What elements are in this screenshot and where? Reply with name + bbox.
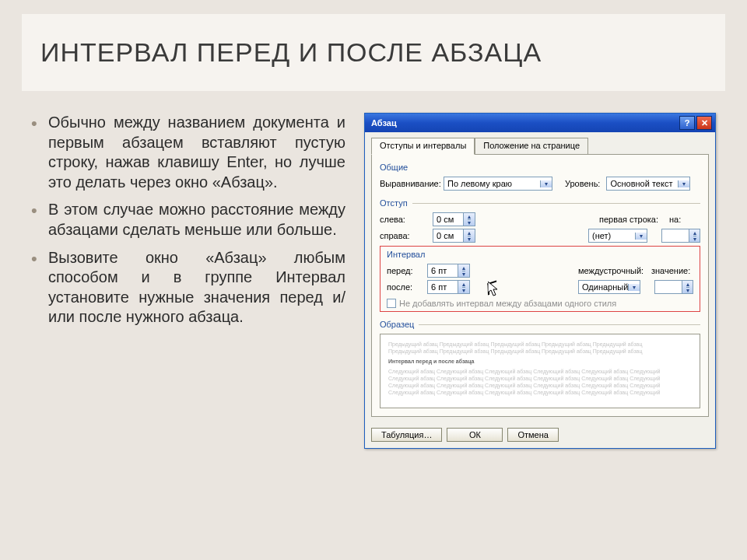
- label-after: после:: [387, 282, 424, 292]
- combo-level[interactable]: Основной текст ▾: [606, 177, 690, 191]
- bullet-item: В этом случае можно расстояние между абз…: [31, 200, 345, 240]
- combo-alignment[interactable]: По левому краю ▾: [444, 177, 552, 191]
- spinner-icon: ▴▾: [458, 281, 469, 293]
- section-indent: Отступ: [380, 198, 700, 208]
- label-level: Уровень:: [565, 179, 600, 188]
- tabs-button[interactable]: Табуляция…: [371, 428, 442, 442]
- section-general: Общие: [380, 163, 700, 172]
- chevron-down-icon: ▾: [628, 284, 640, 291]
- slide-title: ИНТЕРВАЛ ПЕРЕД И ПОСЛЕ АБЗАЦА: [40, 37, 707, 68]
- checkbox-icon: [387, 299, 396, 308]
- checkbox-nospace[interactable]: Не добавлять интервал между абзацами одн…: [387, 299, 693, 308]
- spinner-icon: ▴▾: [682, 281, 693, 293]
- label-by2: значение:: [651, 266, 693, 275]
- label-by1: на:: [669, 215, 700, 224]
- tab-pageflow[interactable]: Положение на странице: [475, 138, 588, 155]
- spin-by2[interactable]: ▴▾: [654, 280, 693, 294]
- chevron-down-icon: ▾: [678, 180, 689, 187]
- section-preview: Образец: [380, 320, 700, 329]
- interval-highlight: Интервал перед: 6 пт ▴▾ междустрочный: з…: [380, 246, 700, 312]
- combo-firstline[interactable]: (нет) ▾: [588, 229, 647, 243]
- tab-pane: Общие Выравнивание: По левому краю ▾ Уро…: [371, 154, 709, 417]
- content-row: Обычно между названием документа и первы…: [0, 113, 747, 449]
- label-left: слева:: [380, 215, 430, 224]
- dialog-title: Абзац: [371, 118, 397, 128]
- ok-button[interactable]: ОК: [447, 428, 503, 442]
- spin-left[interactable]: 0 см ▴▾: [433, 212, 475, 226]
- svg-marker-0: [488, 282, 497, 296]
- paragraph-dialog: Абзац ? ✕ Отступы и интервалы Положение …: [364, 113, 716, 449]
- spin-after[interactable]: 6 пт ▴▾: [427, 280, 470, 294]
- label-firstline: первая строка:: [599, 215, 666, 224]
- help-icon[interactable]: ?: [679, 116, 695, 130]
- label-right: справа:: [380, 231, 430, 240]
- section-interval: Интервал: [387, 250, 693, 259]
- spin-before[interactable]: 6 пт ▴▾: [427, 264, 470, 278]
- label-before: перед:: [387, 266, 424, 275]
- spinner-icon: ▴▾: [463, 229, 475, 242]
- dialog-titlebar[interactable]: Абзац ? ✕: [365, 114, 715, 132]
- label-linespacing: междустрочный:: [578, 266, 648, 275]
- dialog-buttons: Табуляция… ОК Отмена: [365, 423, 715, 448]
- close-icon[interactable]: ✕: [696, 116, 712, 130]
- chevron-down-icon: ▾: [540, 180, 552, 187]
- bullet-item: Вызовите окно «Абзац» любым способом и в…: [31, 248, 345, 327]
- combo-linespacing[interactable]: Одинарный ▾: [578, 280, 640, 294]
- chevron-down-icon: ▾: [635, 233, 647, 240]
- dialog-tabs: Отступы и интервалы Положение на страниц…: [365, 132, 715, 154]
- spin-right[interactable]: 0 см ▴▾: [433, 229, 475, 243]
- cancel-button[interactable]: Отмена: [507, 428, 558, 442]
- spinner-icon: ▴▾: [689, 229, 700, 242]
- bullet-list: Обычно между названием документа и первы…: [31, 113, 345, 449]
- cursor-icon: [488, 282, 499, 297]
- bullet-item: Обычно между названием документа и первы…: [31, 113, 345, 192]
- tab-indents[interactable]: Отступы и интервалы: [371, 138, 475, 155]
- title-card: ИНТЕРВАЛ ПЕРЕД И ПОСЛЕ АБЗАЦА: [22, 14, 725, 91]
- label-alignment: Выравнивание:: [380, 179, 440, 188]
- spinner-icon: ▴▾: [458, 264, 469, 277]
- spin-by1[interactable]: ▴▾: [661, 229, 700, 243]
- spinner-icon: ▴▾: [463, 213, 475, 226]
- preview-box: Предыдущий абзац Предыдущий абзац Предыд…: [380, 334, 700, 408]
